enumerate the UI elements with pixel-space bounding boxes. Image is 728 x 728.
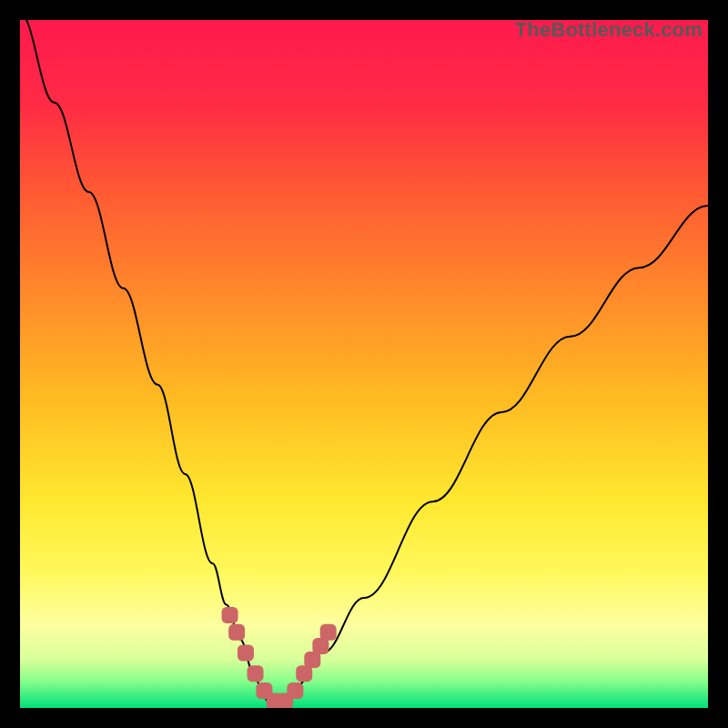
curve-marker xyxy=(238,645,254,662)
curve-marker xyxy=(248,665,264,682)
gradient-background xyxy=(20,20,708,708)
curve-marker xyxy=(320,624,337,641)
curve-marker xyxy=(287,682,303,699)
watermark-text: TheBottleneck.com xyxy=(515,18,703,42)
chart-frame: TheBottleneck.com xyxy=(20,20,708,708)
curve-marker xyxy=(222,607,238,623)
curve-marker xyxy=(228,624,245,641)
bottleneck-curve-chart xyxy=(20,20,708,708)
